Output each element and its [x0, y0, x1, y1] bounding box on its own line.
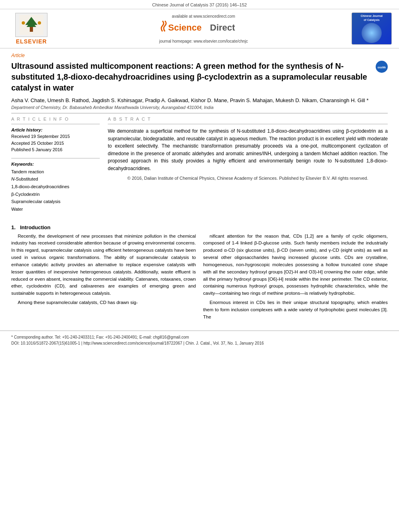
intro-left-col: Recently, the development of new process…	[11, 233, 196, 323]
intro-para2: Among these supramolecular catalysts, CD…	[11, 299, 196, 306]
elsevier-logo-box	[15, 13, 47, 37]
journal-header: Chinese Journal of Catalysis 37 (2016) 1…	[0, 0, 399, 9]
elsevier-text: ELSEVIER	[16, 38, 47, 45]
center-banner: available at www.sciencedirect.com Scien…	[56, 14, 352, 43]
journal-title-text: Chinese Journal of Catalysis 37 (2016) 1…	[152, 2, 247, 7]
keywords-block: Keywords: Tandem reaction N-Substituted …	[11, 162, 100, 213]
received-date: Received 19 September 2015	[11, 133, 100, 140]
copyright-line: © 2016, Dalian Institute of Chemical Phy…	[108, 175, 388, 182]
right-logo-circle	[362, 23, 382, 43]
intro-para4: Enormous interest in CDs lies in their u…	[203, 299, 388, 320]
article-tag: Article	[11, 53, 388, 58]
intro-right-col: nificant attention for the reason that, …	[203, 233, 388, 323]
page-wrapper: Chinese Journal of Catalysis 37 (2016) 1…	[0, 0, 399, 532]
crossmark-badge: CrossMark	[376, 61, 388, 73]
kw-6: Water	[11, 205, 100, 213]
article-title-text: Ultrasound assisted multicomponent react…	[11, 62, 367, 92]
intro-title: 1. Introduction	[11, 224, 388, 230]
introduction-section: 1. Introduction Recently, the developmen…	[11, 224, 388, 323]
article-main: Article Ultrasound assisted multicompone…	[0, 49, 399, 331]
banner: ELSEVIER available at www.sciencedirect.…	[0, 9, 399, 49]
svg-point-4	[22, 21, 25, 25]
intro-para3: nificant attention for the reason that, …	[203, 233, 388, 297]
authors: Asha V. Chate, Umesh B. Rathod, Jagdish …	[11, 97, 388, 103]
abstract-heading: A B S T R A C T	[108, 117, 388, 121]
kw-5: Supramolecular catalysis	[11, 198, 100, 205]
history-label: Article history:	[11, 127, 100, 132]
article-info-col: A R T I C L E I N F O Article history: R…	[11, 117, 100, 218]
article-info-heading: A R T I C L E I N F O	[11, 117, 100, 121]
keywords-label: Keywords:	[11, 162, 100, 166]
accepted-date: Accepted 25 October 2015	[11, 140, 100, 147]
svg-rect-3	[30, 27, 33, 32]
available-text: available at www.sciencedirect.com	[56, 14, 352, 18]
journal-home-text: journal homepage: www.elsevier.com/locat…	[56, 39, 352, 43]
kw-3: 1,8-dioxo-decahydroacridines	[11, 183, 100, 191]
right-journal-logo: Chinese Journalof Catalysis	[352, 12, 392, 45]
elsevier-logo: ELSEVIER	[7, 13, 56, 45]
info-divider	[11, 124, 100, 124]
svg-text:Science: Science	[168, 23, 202, 33]
intro-body-text-left: Recently, the development of new process…	[11, 233, 196, 306]
published-date: Published 5 January 2016	[11, 146, 100, 153]
footer-corresponding: * Corresponding author. Tel: +91-240-240…	[11, 334, 388, 340]
sciencedirect-logo: Science Direct	[56, 20, 352, 37]
article-history-block: Article history: Received 19 September 2…	[11, 127, 100, 153]
kw-divider	[11, 158, 100, 158]
svg-text:CrossMark: CrossMark	[378, 66, 386, 69]
intro-title-text: Introduction	[20, 224, 51, 230]
abstract-para1: We demonstrate a superficial method for …	[108, 127, 388, 173]
intro-para1: Recently, the development of new process…	[11, 233, 196, 297]
svg-point-5	[38, 21, 41, 25]
footer-doi: DOI: 10.1016/S1872-2067(15)61005-1 | htt…	[11, 340, 388, 346]
kw-4: β-Cyclodextrin	[11, 191, 100, 198]
page-footer: * Corresponding author. Tel: +91-240-240…	[0, 331, 399, 349]
abstract-col: A B S T R A C T We demonstrate a superfi…	[108, 117, 388, 218]
article-title: Ultrasound assisted multicomponent react…	[11, 61, 388, 93]
intro-two-col: Recently, the development of new process…	[11, 233, 388, 323]
kw-2: N-Substituted	[11, 175, 100, 183]
svg-text:Direct: Direct	[210, 23, 235, 33]
divider-1	[11, 113, 388, 113]
intro-number: 1.	[11, 224, 16, 230]
abstract-divider	[108, 124, 388, 124]
info-abstract-section: A R T I C L E I N F O Article history: R…	[11, 117, 388, 218]
abstract-text: We demonstrate a superficial method for …	[108, 127, 388, 182]
kw-1: Tandem reaction	[11, 168, 100, 176]
affiliation: Department of Chemistry, Dr. Babasaheb A…	[11, 105, 388, 110]
intro-body-text-right: nificant attention for the reason that, …	[203, 233, 388, 321]
right-logo-title: Chinese Journalof Catalysis	[361, 14, 383, 21]
